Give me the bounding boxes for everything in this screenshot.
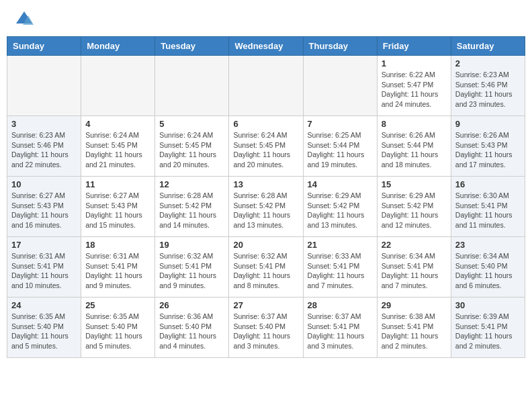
- calendar-day-header: Saturday: [451, 37, 525, 56]
- day-info: Sunrise: 6:28 AM Sunset: 5:42 PM Dayligh…: [233, 191, 298, 230]
- calendar-week-row: 3Sunrise: 6:23 AM Sunset: 5:46 PM Daylig…: [7, 116, 525, 177]
- day-info: Sunrise: 6:39 AM Sunset: 5:41 PM Dayligh…: [455, 312, 521, 351]
- day-info: Sunrise: 6:32 AM Sunset: 5:41 PM Dayligh…: [159, 251, 224, 291]
- day-info: Sunrise: 6:26 AM Sunset: 5:44 PM Dayligh…: [382, 130, 447, 170]
- calendar-day-cell: 1Sunrise: 6:22 AM Sunset: 5:47 PM Daylig…: [377, 56, 451, 116]
- day-info: Sunrise: 6:33 AM Sunset: 5:41 PM Dayligh…: [308, 251, 373, 291]
- calendar-day-header: Thursday: [303, 37, 377, 56]
- day-info: Sunrise: 6:24 AM Sunset: 5:45 PM Dayligh…: [159, 130, 224, 170]
- calendar-day-cell: 25Sunrise: 6:35 AM Sunset: 5:40 PM Dayli…: [81, 298, 155, 358]
- day-info: Sunrise: 6:23 AM Sunset: 5:46 PM Dayligh…: [11, 130, 77, 170]
- calendar-day-cell: 19Sunrise: 6:32 AM Sunset: 5:41 PM Dayli…: [155, 237, 229, 298]
- calendar-header-row: SundayMondayTuesdayWednesdayThursdayFrid…: [7, 37, 525, 56]
- day-number: 1: [382, 58, 447, 68]
- day-number: 8: [382, 119, 447, 129]
- day-info: Sunrise: 6:30 AM Sunset: 5:41 PM Dayligh…: [455, 191, 521, 230]
- calendar-day-cell: 10Sunrise: 6:27 AM Sunset: 5:43 PM Dayli…: [7, 177, 81, 237]
- day-number: 15: [382, 179, 447, 189]
- calendar-day-cell: 12Sunrise: 6:28 AM Sunset: 5:42 PM Dayli…: [155, 177, 229, 237]
- day-number: 22: [382, 240, 447, 250]
- day-number: 17: [11, 240, 77, 250]
- calendar-day-cell: 6Sunrise: 6:24 AM Sunset: 5:45 PM Daylig…: [229, 116, 303, 177]
- calendar-day-header: Sunday: [7, 37, 81, 56]
- day-number: 23: [455, 240, 521, 250]
- calendar-day-cell: 5Sunrise: 6:24 AM Sunset: 5:45 PM Daylig…: [155, 116, 229, 177]
- day-number: 29: [382, 300, 447, 310]
- calendar-day-cell: 21Sunrise: 6:33 AM Sunset: 5:41 PM Dayli…: [303, 237, 377, 298]
- calendar-day-cell: [7, 56, 81, 116]
- calendar-day-cell: [303, 56, 377, 116]
- calendar-day-cell: 11Sunrise: 6:27 AM Sunset: 5:43 PM Dayli…: [81, 177, 155, 237]
- day-number: 11: [85, 179, 150, 189]
- day-number: 13: [233, 179, 298, 189]
- day-number: 7: [308, 119, 373, 129]
- calendar-week-row: 24Sunrise: 6:35 AM Sunset: 5:40 PM Dayli…: [7, 298, 525, 358]
- day-number: 18: [85, 240, 150, 250]
- calendar-day-header: Monday: [81, 37, 155, 56]
- calendar-day-cell: [229, 56, 303, 116]
- day-number: 9: [455, 119, 521, 129]
- day-number: 5: [159, 119, 224, 129]
- day-info: Sunrise: 6:29 AM Sunset: 5:42 PM Dayligh…: [308, 191, 373, 230]
- day-info: Sunrise: 6:23 AM Sunset: 5:46 PM Dayligh…: [455, 70, 521, 109]
- day-number: 28: [308, 300, 373, 310]
- day-info: Sunrise: 6:35 AM Sunset: 5:40 PM Dayligh…: [85, 312, 150, 351]
- day-number: 16: [455, 179, 521, 189]
- day-info: Sunrise: 6:38 AM Sunset: 5:41 PM Dayligh…: [382, 312, 447, 351]
- day-info: Sunrise: 6:24 AM Sunset: 5:45 PM Dayligh…: [233, 130, 298, 170]
- day-number: 25: [85, 300, 150, 310]
- day-number: 12: [159, 179, 224, 189]
- day-info: Sunrise: 6:31 AM Sunset: 5:41 PM Dayligh…: [85, 251, 150, 291]
- day-info: Sunrise: 6:26 AM Sunset: 5:43 PM Dayligh…: [455, 130, 521, 170]
- calendar-day-cell: 16Sunrise: 6:30 AM Sunset: 5:41 PM Dayli…: [451, 177, 525, 237]
- day-number: 26: [159, 300, 224, 310]
- calendar-day-cell: 26Sunrise: 6:36 AM Sunset: 5:40 PM Dayli…: [155, 298, 229, 358]
- day-info: Sunrise: 6:22 AM Sunset: 5:47 PM Dayligh…: [382, 70, 447, 109]
- calendar-day-cell: 27Sunrise: 6:37 AM Sunset: 5:40 PM Dayli…: [229, 298, 303, 358]
- day-number: 14: [308, 179, 373, 189]
- calendar-day-cell: 28Sunrise: 6:37 AM Sunset: 5:41 PM Dayli…: [303, 298, 377, 358]
- calendar-day-cell: 15Sunrise: 6:29 AM Sunset: 5:42 PM Dayli…: [377, 177, 451, 237]
- calendar-day-cell: 22Sunrise: 6:34 AM Sunset: 5:41 PM Dayli…: [377, 237, 451, 298]
- day-number: 24: [11, 300, 77, 310]
- calendar-day-cell: 3Sunrise: 6:23 AM Sunset: 5:46 PM Daylig…: [7, 116, 81, 177]
- calendar-week-row: 17Sunrise: 6:31 AM Sunset: 5:41 PM Dayli…: [7, 237, 525, 298]
- day-number: 21: [308, 240, 373, 250]
- day-info: Sunrise: 6:36 AM Sunset: 5:40 PM Dayligh…: [159, 312, 224, 351]
- day-number: 19: [159, 240, 224, 250]
- day-number: 27: [233, 300, 298, 310]
- day-number: 10: [11, 179, 77, 189]
- day-number: 4: [85, 119, 150, 129]
- day-info: Sunrise: 6:28 AM Sunset: 5:42 PM Dayligh…: [159, 191, 224, 230]
- calendar-day-header: Friday: [377, 37, 451, 56]
- day-info: Sunrise: 6:35 AM Sunset: 5:40 PM Dayligh…: [11, 312, 77, 351]
- day-info: Sunrise: 6:37 AM Sunset: 5:41 PM Dayligh…: [308, 312, 373, 351]
- calendar-day-header: Tuesday: [155, 37, 229, 56]
- day-info: Sunrise: 6:27 AM Sunset: 5:43 PM Dayligh…: [11, 191, 77, 230]
- logo: [13, 10, 34, 26]
- day-number: 2: [455, 58, 521, 68]
- calendar-table: SundayMondayTuesdayWednesdayThursdayFrid…: [7, 36, 525, 358]
- calendar-day-cell: 4Sunrise: 6:24 AM Sunset: 5:45 PM Daylig…: [81, 116, 155, 177]
- calendar-day-cell: 18Sunrise: 6:31 AM Sunset: 5:41 PM Dayli…: [81, 237, 155, 298]
- logo-icon: [15, 10, 34, 29]
- day-number: 30: [455, 300, 521, 310]
- calendar-day-cell: 24Sunrise: 6:35 AM Sunset: 5:40 PM Dayli…: [7, 298, 81, 358]
- day-info: Sunrise: 6:25 AM Sunset: 5:44 PM Dayligh…: [308, 130, 373, 170]
- calendar-day-cell: 9Sunrise: 6:26 AM Sunset: 5:43 PM Daylig…: [451, 116, 525, 177]
- day-number: 20: [233, 240, 298, 250]
- day-number: 6: [233, 119, 298, 129]
- calendar-day-cell: 13Sunrise: 6:28 AM Sunset: 5:42 PM Dayli…: [229, 177, 303, 237]
- day-info: Sunrise: 6:34 AM Sunset: 5:41 PM Dayligh…: [382, 251, 447, 291]
- day-number: 3: [11, 119, 77, 129]
- day-info: Sunrise: 6:34 AM Sunset: 5:40 PM Dayligh…: [455, 251, 521, 291]
- calendar-day-cell: 30Sunrise: 6:39 AM Sunset: 5:41 PM Dayli…: [451, 298, 525, 358]
- calendar-day-header: Wednesday: [229, 37, 303, 56]
- day-info: Sunrise: 6:29 AM Sunset: 5:42 PM Dayligh…: [382, 191, 447, 230]
- calendar-day-cell: [81, 56, 155, 116]
- day-info: Sunrise: 6:27 AM Sunset: 5:43 PM Dayligh…: [85, 191, 150, 230]
- calendar-day-cell: 14Sunrise: 6:29 AM Sunset: 5:42 PM Dayli…: [303, 177, 377, 237]
- day-info: Sunrise: 6:24 AM Sunset: 5:45 PM Dayligh…: [85, 130, 150, 170]
- calendar-day-cell: 2Sunrise: 6:23 AM Sunset: 5:46 PM Daylig…: [451, 56, 525, 116]
- header: [7, 7, 525, 30]
